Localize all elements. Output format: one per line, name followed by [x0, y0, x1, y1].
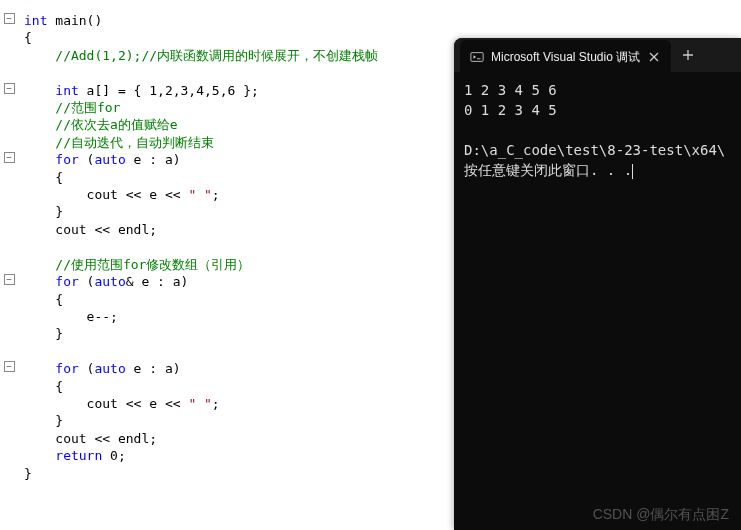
terminal-tab[interactable]: Microsoft Visual Studio 调试 [460, 40, 671, 74]
terminal-cursor [632, 164, 633, 179]
code-line[interactable]: { [24, 378, 378, 395]
code-line[interactable]: cout << e << " "; [24, 395, 378, 412]
code-line[interactable]: for (auto e : a) [24, 360, 378, 377]
code-line[interactable]: int main() [24, 12, 378, 29]
fold-toggle[interactable]: − [4, 152, 15, 163]
watermark-text: CSDN @偶尔有点困Z [593, 506, 729, 524]
code-line[interactable]: for (auto e : a) [24, 151, 378, 168]
code-line[interactable] [24, 238, 378, 255]
code-line[interactable]: //Add(1,2);//内联函数调用的时候展开，不创建栈帧 [24, 47, 378, 64]
close-icon[interactable] [647, 50, 661, 64]
fold-toggle[interactable]: − [4, 274, 15, 285]
code-line[interactable] [24, 64, 378, 81]
terminal-line: 按任意键关闭此窗口. . . [464, 160, 731, 180]
terminal-line: 0 1 2 3 4 5 [464, 100, 731, 120]
code-line[interactable]: //依次去a的值赋给e [24, 116, 378, 133]
code-line[interactable] [24, 343, 378, 360]
terminal-titlebar: Microsoft Visual Studio 调试 [454, 38, 741, 72]
code-line[interactable]: { [24, 169, 378, 186]
code-line[interactable]: cout << endl; [24, 430, 378, 447]
code-line[interactable]: //使用范围for修改数组（引用） [24, 256, 378, 273]
code-line[interactable]: //范围for [24, 99, 378, 116]
terminal-line: 1 2 3 4 5 6 [464, 80, 731, 100]
vs-debug-icon [470, 50, 484, 64]
fold-gutter: −−−−− [0, 0, 18, 530]
code-area[interactable]: int main(){ //Add(1,2);//内联函数调用的时候展开，不创建… [18, 0, 378, 530]
fold-toggle[interactable]: − [4, 361, 15, 372]
fold-toggle[interactable]: − [4, 13, 15, 24]
code-line[interactable]: return 0; [24, 447, 378, 464]
fold-toggle[interactable]: − [4, 83, 15, 94]
code-line[interactable]: } [24, 203, 378, 220]
code-line[interactable]: int a[] = { 1,2,3,4,5,6 }; [24, 82, 378, 99]
code-line[interactable]: cout << e << " "; [24, 186, 378, 203]
code-line[interactable]: //自动迭代，自动判断结束 [24, 134, 378, 151]
code-line[interactable]: } [24, 412, 378, 429]
code-line[interactable]: } [24, 465, 378, 482]
terminal-window: Microsoft Visual Studio 调试 1 2 3 4 5 60 … [454, 38, 741, 530]
terminal-tab-title: Microsoft Visual Studio 调试 [491, 49, 640, 66]
code-line[interactable]: { [24, 291, 378, 308]
code-line[interactable]: for (auto& e : a) [24, 273, 378, 290]
code-line[interactable]: cout << endl; [24, 221, 378, 238]
terminal-line: D:\a_C_code\test\8-23-test\x64\ [464, 140, 731, 160]
svg-rect-0 [471, 53, 483, 62]
terminal-output[interactable]: 1 2 3 4 5 60 1 2 3 4 5 D:\a_C_code\test\… [454, 72, 741, 188]
code-line[interactable]: { [24, 29, 378, 46]
code-line[interactable]: e--; [24, 308, 378, 325]
code-line[interactable]: } [24, 325, 378, 342]
terminal-line [464, 120, 731, 140]
new-tab-button[interactable] [673, 40, 703, 70]
